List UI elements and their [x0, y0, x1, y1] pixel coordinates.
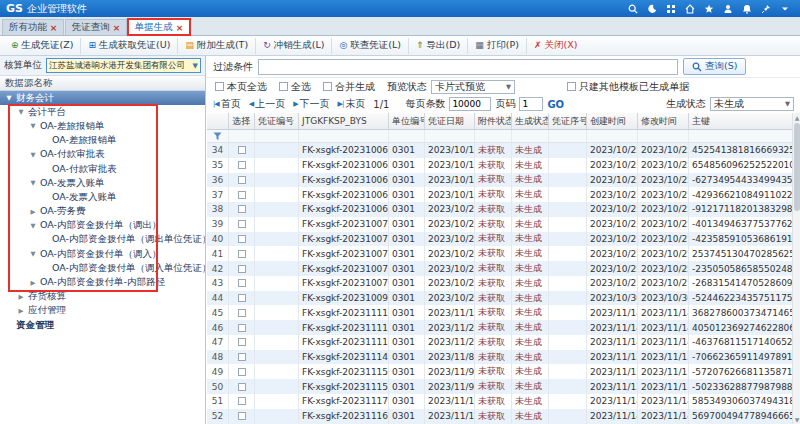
tree-item[interactable]: 资金管理 — [0, 318, 205, 332]
scroll-up-arrow[interactable]: ▲ — [793, 113, 800, 122]
row-checkbox[interactable] — [238, 235, 246, 243]
search-button[interactable]: 查询(S) — [683, 58, 746, 75]
tree-item[interactable]: OA-内部资金拨付单（调出单位凭证） — [0, 233, 205, 247]
chevron-down-icon[interactable] — [780, 4, 790, 14]
toolbar-button[interactable]: ◎ 联查凭证(L) — [331, 38, 408, 54]
table-column-header[interactable]: 创建时间 — [587, 113, 638, 129]
row-checkbox[interactable] — [238, 176, 246, 184]
toolbar-button[interactable]: ✗ 关闭(X) — [526, 38, 584, 54]
favorites-star-icon[interactable] — [704, 4, 714, 14]
row-checkbox[interactable] — [238, 338, 246, 346]
search-icon[interactable] — [628, 4, 638, 14]
scroll-down-arrow[interactable]: ▼ — [793, 415, 800, 424]
pagination-nav-button[interactable]: ▶| 末页 — [338, 97, 366, 111]
tree-expand-icon[interactable]: ▶ — [17, 307, 25, 315]
checkbox[interactable] — [215, 82, 224, 91]
scrollbar-thumb[interactable] — [794, 123, 800, 211]
row-checkbox[interactable] — [238, 279, 246, 287]
row-checkbox[interactable] — [238, 383, 246, 391]
table-row[interactable]: 36 FK-xsgkf-202310067 0301 2023/10/18 未获… — [207, 173, 800, 188]
table-column-header[interactable]: 单位编号 — [389, 113, 425, 129]
table-row[interactable]: 37 FK-xsgkf-202310068 0301 2023/10/19 未获… — [207, 187, 800, 202]
tab-close-icon[interactable]: × — [113, 23, 121, 33]
checkbox[interactable] — [567, 82, 576, 91]
page-number-input[interactable] — [519, 97, 543, 111]
pagination-nav-button[interactable]: |◀ 首页 — [213, 97, 241, 111]
tree-expand-icon[interactable]: ▼ — [5, 94, 13, 102]
notifications-bell-icon[interactable] — [742, 4, 752, 14]
tree-expand-icon[interactable]: ▼ — [29, 122, 37, 130]
apps-grid-icon[interactable] — [666, 4, 676, 14]
table-filter-funnel-cell[interactable] — [207, 130, 229, 142]
table-column-header[interactable]: 凭证日期 — [425, 113, 475, 129]
toolbar-button[interactable]: ⇑ 导出(D) — [408, 38, 467, 54]
tree-item[interactable]: OA-内部资金拨付单（调入单位凭证） — [0, 261, 205, 275]
table-column-header[interactable]: 凭证序号 — [549, 113, 587, 129]
tab-close-icon[interactable]: × — [50, 23, 58, 33]
preview-status-select[interactable]: 卡片式预览 ▼ — [431, 80, 515, 94]
row-checkbox[interactable] — [238, 353, 246, 361]
table-row[interactable]: 43 FK-xsgkf-202310075 0301 2023/10/23 未获… — [207, 276, 800, 291]
toolbar-button[interactable]: ▦ 打印(P) — [467, 38, 526, 54]
row-checkbox[interactable] — [238, 220, 246, 228]
table-row[interactable]: 50 FK-xsgkf-202311152 0301 2023/11/9 未获取… — [207, 379, 800, 394]
vertical-scrollbar[interactable]: ▲ ▼ — [792, 113, 800, 424]
per-page-input[interactable] — [449, 97, 491, 111]
tree-item[interactable]: ▶ 应付管理 — [0, 304, 205, 318]
tree-item[interactable]: OA-发票入账单 — [0, 190, 205, 204]
toolbar-button[interactable]: ⊞ 生成获取凭证(U) — [80, 38, 177, 54]
pin-icon[interactable] — [761, 4, 771, 14]
tree-expand-icon[interactable]: ▼ — [29, 151, 37, 159]
table-row[interactable]: 45 FK-xsgkf-202311110 0301 2023/11/1 未获取… — [207, 305, 800, 320]
tree-item[interactable]: ▶ 存货核算 — [0, 290, 205, 304]
tree-item[interactable]: ▼ OA-发票入账单 — [0, 176, 205, 190]
checkbox-option[interactable]: 本页全选 — [215, 80, 267, 94]
table-column-header[interactable]: 附件状态 — [475, 113, 512, 129]
checkbox-option[interactable]: 合并生成 — [323, 80, 375, 94]
table-column-header[interactable]: 生成状态 — [512, 113, 549, 129]
row-checkbox[interactable] — [238, 294, 246, 302]
checkbox-option[interactable]: 全选 — [279, 80, 311, 94]
table-row[interactable]: 46 FK-xsgkf-202311115 0301 2023/11/2 未获取… — [207, 320, 800, 335]
table-row[interactable]: 51 FK-xsgkf-202311170 0301 2023/11/10 未获… — [207, 394, 800, 409]
table-row[interactable]: 41 FK-xsgkf-202310073 0301 2023/10/23 未获… — [207, 246, 800, 261]
checkbox[interactable] — [279, 82, 288, 91]
theme-moon-icon[interactable] — [647, 4, 657, 14]
tree-expand-icon[interactable]: ▶ — [17, 293, 25, 301]
row-checkbox[interactable] — [238, 191, 246, 199]
table-row[interactable]: 44 FK-xsgkf-202310093 0301 2023/10/27 未获… — [207, 291, 800, 306]
table-row[interactable]: 47 FK-xsgkf-202311116 0301 2023/11/2 未获取… — [207, 335, 800, 350]
tree-item[interactable]: ▼ 会计平台 — [0, 105, 205, 119]
tree-expand-icon[interactable]: ▶ — [29, 208, 37, 216]
table-column-header[interactable]: 凭证编号 — [255, 113, 299, 129]
pagination-nav-button[interactable]: ◀ 上一页 — [249, 97, 285, 111]
toolbar-button[interactable]: ↻ 冲销生成(L) — [255, 38, 331, 54]
tree-item[interactable]: ▼ OA-内部资金拨付单（调出） — [0, 219, 205, 233]
tree-expand-icon[interactable]: ▼ — [29, 179, 37, 187]
extra-checkbox-option[interactable]: 只建其他模板已生成单据 — [567, 80, 689, 94]
row-checkbox[interactable] — [238, 265, 246, 273]
table-row[interactable]: 34 FK-xsgkf-202310062 0301 2023/10/18 未获… — [207, 143, 800, 158]
user-icon[interactable] — [723, 4, 733, 14]
table-row[interactable]: 52 FK-xsgkf-202311169 0301 2023/11/10 未获… — [207, 409, 800, 424]
row-checkbox[interactable] — [238, 412, 246, 420]
row-checkbox[interactable] — [238, 397, 246, 405]
table-row[interactable]: 40 FK-xsgkf-202310071 0301 2023/10/23 未获… — [207, 232, 800, 247]
tree-expand-icon[interactable]: ▶ — [29, 279, 37, 287]
table-row[interactable]: 35 FK-xsgkf-202310066 0301 2023/10/18 未获… — [207, 158, 800, 173]
go-button[interactable]: GO — [547, 99, 564, 110]
toolbar-button[interactable]: ⊕ 生成凭证(Z) — [4, 38, 80, 54]
table-column-header[interactable]: 选择 — [229, 113, 255, 129]
table-row[interactable]: 38 FK-xsgkf-202310069 0301 2023/10/20 未获… — [207, 202, 800, 217]
table-row[interactable]: 48 FK-xsgkf-202311146 0301 2023/11/8 未获取… — [207, 350, 800, 365]
table-column-header[interactable]: 修改时间 — [638, 113, 689, 129]
tree-item[interactable]: ▼ OA-差旅报销单 — [0, 119, 205, 133]
row-checkbox[interactable] — [238, 309, 246, 317]
tree-item[interactable]: ▼ 财务会计 — [0, 91, 205, 105]
tree-item[interactable]: OA-差旅报销单 — [0, 134, 205, 148]
tree-item[interactable]: ▼ OA-内部资金拨付单（调入） — [0, 247, 205, 261]
row-checkbox[interactable] — [238, 324, 246, 332]
tab[interactable]: 所有功能 × — [2, 19, 64, 35]
row-checkbox[interactable] — [238, 161, 246, 169]
row-checkbox[interactable] — [238, 368, 246, 376]
